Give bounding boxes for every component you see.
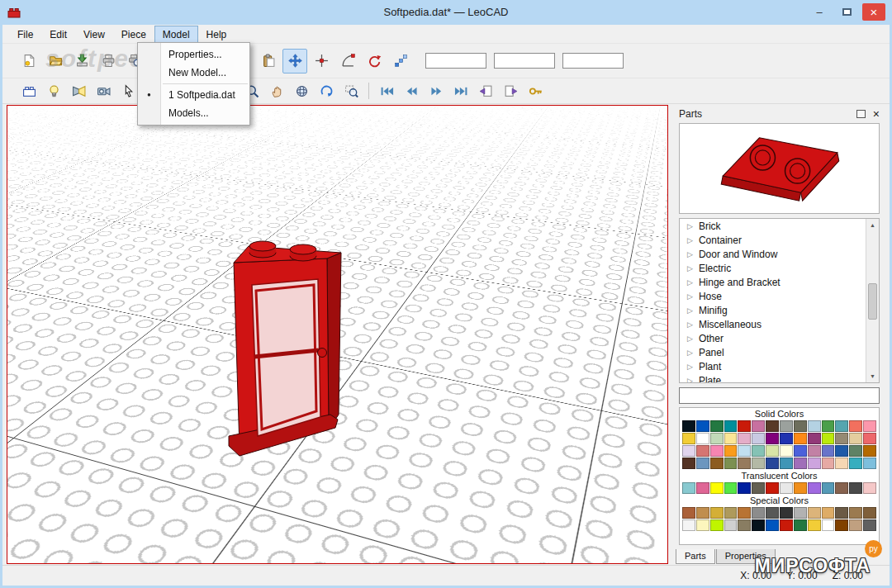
category-plant[interactable]: ▷Plant (680, 359, 879, 373)
color-swatch[interactable] (724, 458, 738, 469)
color-swatch[interactable] (724, 433, 738, 444)
color-swatch[interactable] (752, 507, 765, 519)
color-swatch[interactable] (780, 445, 793, 457)
category-other[interactable]: ▷Other (680, 331, 879, 345)
color-swatch[interactable] (835, 507, 848, 519)
color-swatch[interactable] (849, 507, 862, 519)
color-swatch[interactable] (863, 507, 876, 519)
menu-piece[interactable]: Piece (113, 26, 154, 43)
print-button[interactable] (96, 49, 121, 74)
model-menu-item-1-softpedia-dat[interactable]: ●1 Softpedia.dat (138, 86, 249, 104)
part-search-input[interactable] (679, 387, 880, 404)
color-swatch[interactable] (794, 445, 807, 457)
viewport-3d[interactable] (7, 105, 668, 564)
color-swatch[interactable] (794, 420, 807, 432)
close-button[interactable]: × (862, 3, 885, 21)
color-swatch[interactable] (835, 445, 848, 457)
color-swatch[interactable] (780, 433, 793, 444)
step-last-button[interactable] (449, 80, 472, 102)
menu-model[interactable]: Model (154, 26, 198, 43)
category-panel[interactable]: ▷Panel (680, 345, 879, 359)
color-swatch[interactable] (849, 458, 862, 469)
color-swatch[interactable] (710, 445, 724, 457)
save-button[interactable] (69, 49, 94, 74)
color-swatch[interactable] (863, 519, 876, 531)
color-swatch[interactable] (710, 507, 724, 519)
color-swatch[interactable] (724, 519, 738, 531)
category-miscellaneous[interactable]: ▷Miscellaneous (680, 317, 879, 331)
step-next-button[interactable] (425, 80, 448, 102)
color-swatch[interactable] (752, 420, 765, 432)
paste-button[interactable] (256, 49, 281, 74)
color-swatch[interactable] (849, 420, 862, 432)
color-swatch[interactable] (682, 507, 695, 519)
color-swatch[interactable] (849, 482, 862, 494)
tab-properties[interactable]: Properties (716, 549, 776, 564)
color-swatch[interactable] (738, 507, 751, 519)
transform-z-input[interactable] (562, 53, 624, 69)
scroll-up-icon[interactable]: ▲ (866, 219, 879, 231)
add-piece-button[interactable] (17, 80, 40, 102)
color-swatch[interactable] (835, 420, 848, 432)
color-swatch[interactable] (724, 482, 738, 494)
add-camera-button[interactable] (92, 80, 115, 102)
relative-button[interactable] (388, 49, 413, 74)
color-swatch[interactable] (766, 507, 779, 519)
color-swatch[interactable] (780, 458, 793, 469)
category-container[interactable]: ▷Container (680, 233, 879, 247)
color-swatch[interactable] (682, 482, 695, 494)
category-door-and-window[interactable]: ▷Door and Window (680, 247, 879, 261)
minimize-button[interactable]: – (808, 3, 831, 21)
part-preview[interactable] (679, 123, 880, 214)
color-swatch[interactable] (752, 519, 765, 531)
color-swatch[interactable] (682, 458, 695, 469)
color-swatch[interactable] (808, 507, 821, 519)
rotate-button[interactable] (362, 49, 387, 74)
color-swatch[interactable] (710, 482, 724, 494)
color-swatch[interactable] (808, 445, 821, 457)
menu-view[interactable]: View (75, 26, 113, 43)
color-swatch[interactable] (738, 482, 751, 494)
color-swatch[interactable] (682, 445, 695, 457)
page-next-button[interactable] (499, 80, 522, 102)
color-swatch[interactable] (863, 458, 876, 469)
color-swatch[interactable] (780, 507, 793, 519)
color-swatch[interactable] (752, 482, 765, 494)
color-swatch[interactable] (780, 482, 793, 494)
category-plate[interactable]: ▷Plate (680, 373, 879, 383)
panel-float-icon[interactable] (856, 110, 866, 118)
snap-rotate-button[interactable] (335, 49, 360, 74)
color-swatch[interactable] (808, 420, 821, 432)
color-swatch[interactable] (766, 519, 779, 531)
page-prev-button[interactable] (474, 80, 497, 102)
color-swatch[interactable] (682, 420, 695, 432)
color-swatch[interactable] (696, 482, 709, 494)
color-swatch[interactable] (794, 519, 807, 531)
scroll-thumb[interactable] (868, 283, 877, 320)
color-swatch[interactable] (822, 482, 835, 494)
color-swatch[interactable] (794, 482, 807, 494)
color-swatch[interactable] (710, 433, 724, 444)
zoom-region-button[interactable] (339, 80, 363, 102)
category-minifig[interactable]: ▷Minifig (680, 303, 879, 317)
maximize-button[interactable] (835, 3, 858, 21)
color-swatch[interactable] (822, 458, 835, 469)
color-swatch[interactable] (738, 433, 751, 444)
color-swatch[interactable] (724, 420, 738, 432)
color-swatch[interactable] (780, 420, 793, 432)
color-swatch[interactable] (822, 433, 835, 444)
color-swatch[interactable] (822, 519, 835, 531)
color-swatch[interactable] (808, 519, 821, 531)
color-swatch[interactable] (766, 445, 779, 457)
move-button[interactable] (282, 49, 307, 74)
color-swatch[interactable] (738, 445, 751, 457)
category-brick[interactable]: ▷Brick (680, 219, 879, 233)
color-swatch[interactable] (863, 433, 876, 444)
category-hinge-and-bracket[interactable]: ▷Hinge and Bracket (680, 275, 879, 289)
color-swatch[interactable] (682, 519, 695, 531)
color-swatch[interactable] (822, 445, 835, 457)
category-hose[interactable]: ▷Hose (680, 289, 879, 303)
transform-x-input[interactable] (425, 53, 486, 69)
step-first-button[interactable] (375, 80, 398, 102)
rotate-view-button[interactable] (290, 80, 313, 102)
